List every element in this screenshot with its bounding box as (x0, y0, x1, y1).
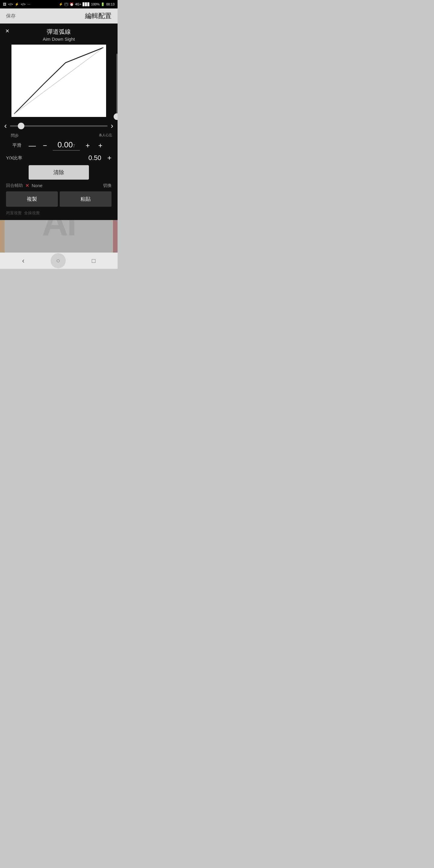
slider-label-middle: 条人心忘 (99, 133, 112, 138)
page-title: 編輯配置 (85, 11, 112, 21)
prev-arrow-button[interactable]: ‹ (3, 121, 8, 130)
h-slider-wrap (10, 121, 108, 130)
aim-switch-button[interactable]: 切換 (103, 183, 112, 188)
smooth-controls-row: 平滑 — − 0.007 + + (0, 138, 118, 153)
h-slider-thumb[interactable] (18, 123, 24, 129)
paste-button[interactable]: 粘貼 (60, 191, 112, 207)
smooth-minus-small-button[interactable]: − (40, 141, 50, 150)
bottom-label-2: 全操視覺 (24, 210, 40, 216)
status-right: ⚡ 📳 ⏰ 4G+ ▊▊▊ 100% 🔋 00:13 (59, 2, 115, 6)
home-button[interactable]: ○ (51, 253, 66, 268)
code-icon: </> (8, 2, 13, 6)
modal: × 彈道弧線 Aim Down Sight ‹ (0, 24, 118, 220)
chart-svg (11, 44, 106, 117)
usb-icon: ⚡ (15, 2, 19, 6)
signal-icon: ▊▊▊ (83, 2, 90, 6)
slider-label-left: 問步 (11, 133, 19, 138)
battery-icon: 🔋 (101, 2, 105, 6)
yx-value: 0.50 (27, 154, 101, 162)
top-bar: 保存 編輯配置 (0, 8, 118, 24)
aim-label: 回合輔助 (6, 183, 23, 188)
nav-bar: ‹ ○ □ (0, 253, 118, 269)
bg-area: Ai × 彈道弧線 Aim Down Sight (0, 24, 118, 253)
more-icon: ··· (27, 2, 30, 6)
svg-line-0 (14, 48, 103, 114)
aim-x-icon: ✕ (25, 183, 29, 188)
modal-title-en: Aim Down Sight (43, 36, 75, 41)
vibrate-icon: 📳 (64, 2, 68, 6)
code2-icon: </> (21, 2, 26, 6)
modal-title-cn: 彈道弧線 (47, 28, 71, 36)
smooth-minus-large-button[interactable]: — (27, 141, 37, 150)
close-button[interactable]: × (5, 28, 9, 34)
copy-paste-row: 複製 粘貼 (0, 190, 118, 209)
horizontal-slider-row: ‹ › (0, 117, 118, 135)
status-icons: 🖼 </> ⚡ </> ··· (3, 2, 30, 6)
smooth-value-suffix: 7 (73, 144, 75, 148)
yx-plus-button[interactable]: + (107, 154, 112, 162)
gallery-icon: 🖼 (3, 2, 6, 6)
recent-apps-button[interactable]: □ (92, 257, 96, 264)
aim-value: None (32, 183, 42, 188)
clear-button[interactable]: 清除 (29, 165, 89, 180)
copy-button[interactable]: 複製 (6, 191, 58, 207)
smooth-value-main: 0.00 (58, 140, 73, 149)
vertical-slider-track[interactable] (116, 54, 118, 120)
status-bar: 🖼 </> ⚡ </> ··· ⚡ 📳 ⏰ 4G+ ▊▊▊ 100% 🔋 00:… (0, 0, 118, 8)
bottom-label-1: 闭置視覺 (6, 210, 22, 216)
chart-area (11, 44, 106, 117)
bottom-text-row: 闭置視覺 全操視覺 (0, 209, 118, 217)
smooth-plus-small-button[interactable]: + (83, 141, 93, 150)
smooth-plus-large-button[interactable]: + (96, 141, 105, 150)
alarm-icon: ⏰ (70, 2, 74, 6)
yx-label: Y/X比率 (6, 155, 24, 161)
back-button[interactable]: ‹ (22, 256, 24, 265)
aim-assist-row: 回合輔助 ✕ None 切換 (0, 181, 118, 190)
slider-labels: 問步 条人心忘 (0, 133, 118, 138)
save-button[interactable]: 保存 (6, 13, 16, 19)
clear-button-wrap: 清除 (0, 163, 118, 181)
next-arrow-button[interactable]: › (110, 121, 115, 130)
h-slider-track[interactable] (10, 125, 108, 127)
smooth-label: 平滑 (12, 143, 24, 148)
smooth-value: 0.007 (53, 140, 80, 151)
time-label: 00:13 (106, 2, 115, 6)
battery-label: 100% (91, 2, 99, 6)
yx-ratio-row: Y/X比率 0.50 + (0, 153, 118, 163)
network-label: 4G+ (75, 2, 82, 6)
modal-header: × 彈道弧線 Aim Down Sight (0, 24, 118, 44)
bluetooth-icon: ⚡ (59, 2, 63, 6)
